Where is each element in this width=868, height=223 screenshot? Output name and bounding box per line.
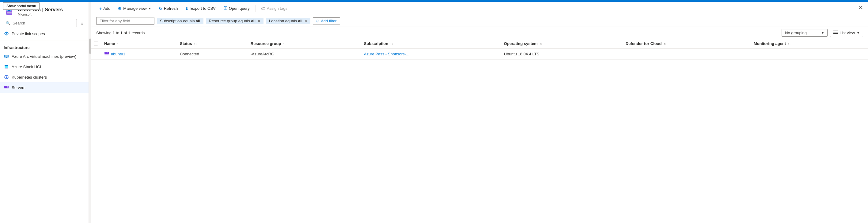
select-all-checkbox[interactable] — [94, 42, 98, 46]
filter-bar: Subscription equals all Resource group e… — [91, 15, 868, 27]
svg-rect-25 — [833, 33, 838, 34]
status-column-header[interactable]: Status ↑↓ — [176, 39, 247, 49]
sidebar-scrollbar[interactable] — [89, 2, 91, 223]
defender-column-header[interactable]: Defender for Cloud ↑↓ — [622, 39, 750, 49]
content-area: ✕ + Add ⚙ Manage view ▼ ↻ Refresh ⬇ Expo… — [91, 2, 868, 223]
svg-point-30 — [107, 53, 108, 54]
sidebar-item-label: Private link scopes — [12, 32, 45, 36]
subscription-column-header[interactable]: Subscription ↑↓ — [360, 39, 500, 49]
sidebar-item-servers[interactable]: Servers — [0, 82, 89, 93]
collapse-sidebar-button[interactable]: « — [79, 20, 85, 27]
monitoring-cell — [750, 49, 868, 60]
sidebar-item-label: Azure Stack HCI — [12, 65, 41, 69]
resource-group-cell: -AzureArcRG — [247, 49, 360, 60]
add-filter-icon: ⊕ — [316, 18, 319, 23]
grouping-dropdown[interactable]: No grouping ▼ — [782, 29, 828, 37]
svg-point-21 — [7, 86, 8, 86]
list-view-button[interactable]: List view ▼ — [830, 29, 863, 37]
show-portal-menu-button[interactable]: Show portal menu — [3, 2, 39, 10]
name-column-header[interactable]: Name ↑↓ — [100, 39, 176, 49]
results-count-text: Showing 1 to 1 of 1 records. — [96, 31, 146, 35]
resource-group-filter-close[interactable]: ✕ — [257, 19, 260, 23]
svg-rect-28 — [104, 55, 109, 55]
scrollbar-thumb — [89, 39, 91, 54]
subscription-sort-icon: ↑↓ — [390, 43, 393, 46]
servers-icon — [4, 85, 9, 90]
os-cell: Ubuntu 18.04.4 LTS — [500, 49, 622, 60]
vm-icon — [4, 53, 9, 59]
resource-group-sort-icon: ↑↓ — [283, 43, 286, 46]
svg-rect-6 — [5, 55, 8, 57]
refresh-icon: ↻ — [159, 6, 162, 11]
subscription-filter-tag: Subscription equals all — [157, 18, 204, 24]
resource-group-text: -AzureArcRG — [251, 52, 274, 56]
status-cell: Connected — [176, 49, 247, 60]
list-view-chevron-icon: ▼ — [857, 31, 860, 35]
os-column-header[interactable]: Operating system ↑↓ — [500, 39, 622, 49]
query-icon — [223, 6, 227, 11]
os-text: Ubuntu 18.04.4 LTS — [504, 52, 539, 56]
assign-tags-button[interactable]: 🏷 Assign tags — [258, 5, 290, 12]
svg-point-22 — [7, 87, 8, 88]
monitoring-column-header[interactable]: Monitoring agent ↑↓ — [750, 39, 868, 49]
svg-rect-9 — [5, 65, 8, 66]
open-query-button[interactable]: Open query — [220, 4, 253, 12]
sidebar-item-private-link-scopes[interactable]: Private link scopes — [0, 29, 89, 39]
link-icon — [4, 31, 9, 36]
status-sort-icon: ↑↓ — [194, 43, 197, 46]
defender-sort-icon: ↑↓ — [664, 43, 666, 46]
chevron-down-icon: ▼ — [821, 31, 824, 35]
monitoring-sort-icon: ↑↓ — [788, 43, 791, 46]
resource-name-link[interactable]: ubuntu1 — [104, 51, 173, 57]
svg-rect-3 — [7, 12, 12, 13]
view-controls: No grouping ▼ List view ▼ — [782, 29, 863, 37]
subscription-text: Azure Pass - Sponsors-... — [364, 52, 409, 56]
download-icon: ⬇ — [185, 6, 189, 11]
stack-hci-icon — [4, 64, 9, 69]
row-checkbox[interactable] — [94, 52, 98, 56]
select-all-header — [91, 39, 100, 49]
status-text: Connected — [180, 52, 199, 56]
list-view-label: List view — [839, 31, 855, 35]
svg-point-13 — [6, 76, 7, 78]
chevron-down-icon: ▼ — [148, 7, 151, 10]
resource-group-column-header[interactable]: Resource group ↑↓ — [247, 39, 360, 49]
svg-rect-4 — [7, 13, 12, 14]
add-icon: + — [99, 6, 102, 11]
manage-view-button[interactable]: ⚙ Manage view ▼ — [115, 5, 154, 12]
sidebar-item-kubernetes-clusters[interactable]: Kubernetes clusters — [0, 72, 89, 82]
defender-cell — [622, 49, 750, 60]
subtitle: Microsoft — [18, 12, 63, 16]
row-checkbox-cell — [91, 49, 100, 60]
location-filter-tag: Location equals all ✕ — [266, 18, 310, 24]
resource-icon — [104, 51, 109, 57]
filter-field-input[interactable] — [96, 17, 154, 25]
svg-rect-23 — [833, 31, 838, 31]
sidebar-item-azure-arc-vms[interactable]: Azure Arc virtual machines (preview) — [0, 51, 89, 62]
kubernetes-icon — [4, 74, 9, 80]
list-view-icon — [833, 30, 838, 35]
resource-name-text: ubuntu1 — [111, 52, 125, 56]
grouping-label: No grouping — [785, 31, 807, 35]
sidebar-item-label: Azure Arc virtual machines (preview) — [12, 54, 76, 59]
servers-table: Name ↑↓ Status ↑↓ Resource group ↑↓ Su — [91, 39, 868, 60]
name-cell: ubuntu1 — [100, 49, 176, 60]
sidebar-item-label: Kubernetes clusters — [12, 75, 47, 79]
add-filter-button[interactable]: ⊕ Add filter — [313, 17, 340, 25]
svg-rect-11 — [5, 68, 8, 69]
table-header-row: Name ↑↓ Status ↑↓ Resource group ↑↓ Su — [91, 39, 868, 49]
tag-icon: 🏷 — [261, 6, 265, 11]
os-sort-icon: ↑↓ — [539, 43, 542, 46]
search-input[interactable] — [4, 19, 77, 27]
manage-view-icon: ⚙ — [118, 6, 122, 11]
location-filter-close[interactable]: ✕ — [304, 19, 307, 23]
add-button[interactable]: + Add — [96, 5, 113, 12]
svg-rect-24 — [833, 32, 838, 32]
sidebar-item-azure-stack-hci[interactable]: Azure Stack HCI — [0, 62, 89, 72]
search-bar: 🔍 — [4, 19, 77, 27]
svg-rect-20 — [4, 89, 8, 89]
close-window-button[interactable]: ✕ — [859, 4, 863, 11]
export-csv-button[interactable]: ⬇ Export to CSV — [182, 5, 218, 12]
sidebar: Azure Arc | Servers Microsoft 🔍 « Privat… — [0, 2, 89, 223]
refresh-button[interactable]: ↻ Refresh — [156, 5, 181, 12]
